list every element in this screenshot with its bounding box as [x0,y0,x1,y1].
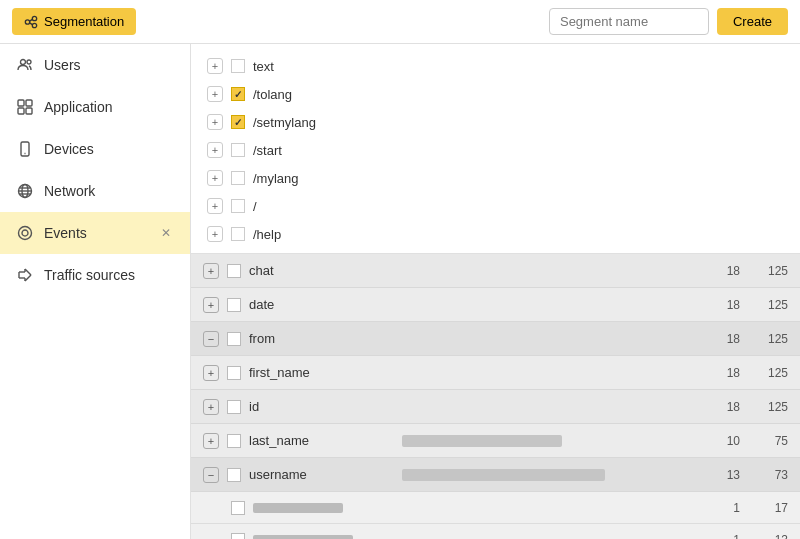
row-num2-chat: 125 [748,264,788,278]
filter-label-text: text [253,59,274,74]
layout: Users Application Devices [0,44,800,539]
row-toggle-lastname[interactable]: + [203,433,219,449]
svg-point-1 [32,16,36,20]
svg-point-2 [32,23,36,27]
sidebar-item-users[interactable]: Users [0,44,190,86]
filter-expand-start[interactable]: + [207,142,223,158]
row-toggle-from[interactable]: − [203,331,219,347]
filter-expand-slash[interactable]: + [207,198,223,214]
row-num1-from: 18 [700,332,740,346]
create-button[interactable]: Create [717,8,788,35]
table-row-firstname: + first_name 18 125 [191,356,800,390]
filter-check-setmylang[interactable] [231,115,245,129]
filter-row-help: + /help [191,220,800,248]
sub-checkbox-2[interactable] [231,533,245,540]
svg-point-18 [19,227,32,240]
row-toggle-id[interactable]: + [203,399,219,415]
row-num2-lastname: 75 [748,434,788,448]
main-content: + text + /tolang + /setmylang + /start + [191,44,800,539]
sidebar-label-traffic: Traffic sources [44,267,135,283]
row-checkbox-chat[interactable] [227,264,241,278]
table-row-username: − username 13 73 [191,458,800,492]
row-num1-firstname: 18 [700,366,740,380]
row-num1-chat: 18 [700,264,740,278]
row-label-date: date [249,297,394,312]
sidebar-label-users: Users [44,57,81,73]
sidebar-label-devices: Devices [44,141,94,157]
svg-line-22 [25,269,31,275]
filter-row-text: + text [191,52,800,80]
row-bar-wrap-username [402,469,692,481]
row-bar-wrap-lastname [402,435,692,447]
row-checkbox-id[interactable] [227,400,241,414]
network-icon [16,182,34,200]
svg-point-5 [21,60,26,65]
row-num1-date: 18 [700,298,740,312]
sub-checkbox-1[interactable] [231,501,245,515]
filter-expand-setmylang[interactable]: + [207,114,223,130]
row-toggle-username[interactable]: − [203,467,219,483]
row-checkbox-date[interactable] [227,298,241,312]
filter-check-mylang[interactable] [231,171,245,185]
row-toggle-date[interactable]: + [203,297,219,313]
filter-check-text[interactable] [231,59,245,73]
filter-row-setmylang: + /setmylang [191,108,800,136]
row-label-chat: chat [249,263,394,278]
row-checkbox-lastname[interactable] [227,434,241,448]
filter-check-start[interactable] [231,143,245,157]
filter-label-tolang: /tolang [253,87,292,102]
row-num1-lastname: 10 [700,434,740,448]
row-label-firstname: first_name [249,365,394,380]
table-row-from: − from 18 125 [191,322,800,356]
svg-point-19 [22,230,28,236]
sidebar-item-network[interactable]: Network [0,170,190,212]
row-checkbox-firstname[interactable] [227,366,241,380]
topbar-right: Create [549,8,788,35]
users-icon [16,56,34,74]
close-icon[interactable]: ✕ [158,225,174,241]
svg-line-23 [25,275,31,281]
segmentation-button[interactable]: Segmentation [12,8,136,35]
sidebar-item-traffic[interactable]: Traffic sources [0,254,190,296]
filter-label-help: /help [253,227,281,242]
filter-label-slash: / [253,199,257,214]
segmentation-icon [24,15,38,29]
row-num2-firstname: 125 [748,366,788,380]
segment-name-input[interactable] [549,8,709,35]
filter-expand-help[interactable]: + [207,226,223,242]
sub-num1-2: 1 [700,533,740,540]
row-toggle-firstname[interactable]: + [203,365,219,381]
filter-check-help[interactable] [231,227,245,241]
filter-row-start: + /start [191,136,800,164]
svg-rect-7 [18,100,24,106]
filter-expand-mylang[interactable]: + [207,170,223,186]
filter-row-tolang: + /tolang [191,80,800,108]
filter-row-mylang: + /mylang [191,164,800,192]
svg-point-6 [27,60,31,64]
svg-rect-9 [18,108,24,114]
row-checkbox-from[interactable] [227,332,241,346]
svg-rect-10 [26,108,32,114]
events-icon [16,224,34,242]
filter-check-slash[interactable] [231,199,245,213]
sidebar-item-events[interactable]: Events ✕ [0,212,190,254]
row-label-id: id [249,399,394,414]
sidebar-item-application[interactable]: Application [0,86,190,128]
row-num1-username: 13 [700,468,740,482]
sub-row-2: 1 13 [191,524,800,539]
row-toggle-chat[interactable]: + [203,263,219,279]
row-checkbox-username[interactable] [227,468,241,482]
filter-expand-tolang[interactable]: + [207,86,223,102]
row-label-from: from [249,331,394,346]
svg-point-0 [25,19,29,23]
row-bar-username [402,469,605,481]
row-num2-id: 125 [748,400,788,414]
row-num2-username: 73 [748,468,788,482]
row-num2-date: 125 [748,298,788,312]
sidebar-label-application: Application [44,99,113,115]
sidebar-item-devices[interactable]: Devices [0,128,190,170]
filter-row-slash: + / [191,192,800,220]
row-num1-id: 18 [700,400,740,414]
filter-expand-text[interactable]: + [207,58,223,74]
filter-check-tolang[interactable] [231,87,245,101]
